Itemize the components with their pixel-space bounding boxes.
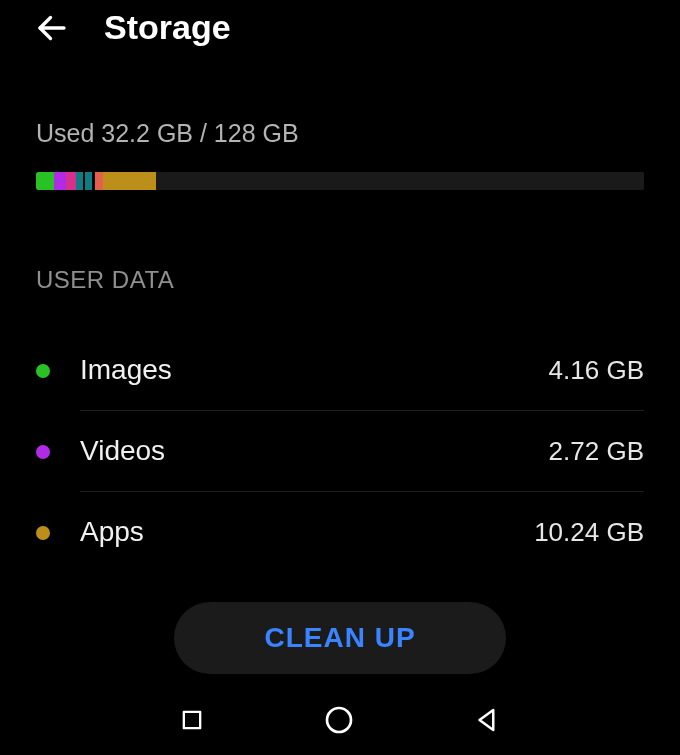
category-row-apps[interactable]: Apps 10.24 GB [36, 492, 644, 572]
back-icon[interactable] [34, 10, 70, 46]
svg-point-2 [327, 708, 351, 732]
dot-icon [36, 364, 50, 378]
bar-seg-misc2 [76, 172, 83, 190]
svg-rect-1 [184, 712, 200, 728]
storage-bar [36, 172, 644, 190]
bar-seg-free [156, 172, 644, 190]
section-title: USER DATA [36, 266, 644, 294]
category-value: 4.16 GB [549, 355, 644, 386]
clean-up-button[interactable]: CLEAN UP [174, 602, 505, 674]
bar-seg-images [36, 172, 54, 190]
category-label: Videos [80, 435, 549, 467]
category-value: 10.24 GB [534, 517, 644, 548]
category-row-images[interactable]: Images 4.16 GB [36, 330, 644, 410]
usage-summary: Used 32.2 GB / 128 GB [36, 119, 644, 148]
bar-seg-misc1 [66, 172, 75, 190]
bar-seg-misc4 [95, 172, 103, 190]
dot-icon [36, 445, 50, 459]
nav-bar [0, 695, 680, 755]
category-label: Apps [80, 516, 534, 548]
back-nav-icon[interactable] [472, 705, 502, 735]
category-value: 2.72 GB [549, 436, 644, 467]
bar-seg-misc3 [85, 172, 92, 190]
page-title: Storage [104, 8, 231, 47]
category-row-videos[interactable]: Videos 2.72 GB [36, 411, 644, 491]
bar-seg-videos [54, 172, 66, 190]
bar-seg-apps [103, 172, 156, 190]
category-label: Images [80, 354, 549, 386]
recent-apps-icon[interactable] [178, 706, 206, 734]
home-icon[interactable] [323, 704, 355, 736]
dot-icon [36, 526, 50, 540]
svg-marker-3 [479, 710, 493, 730]
